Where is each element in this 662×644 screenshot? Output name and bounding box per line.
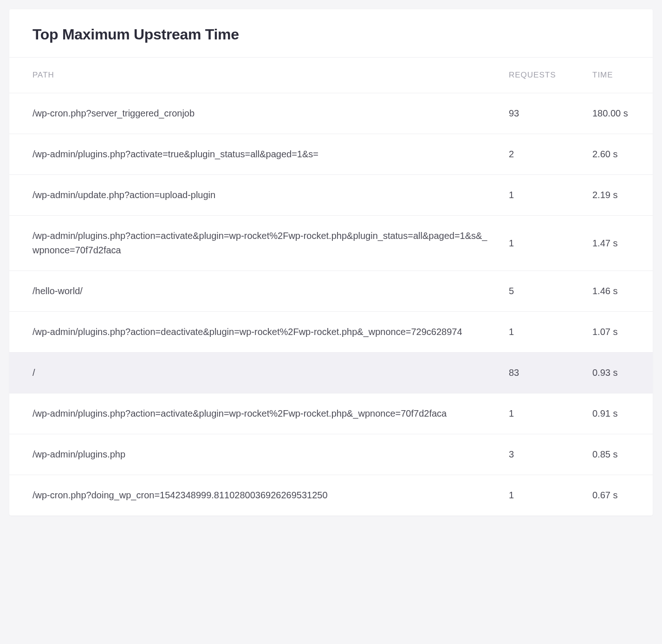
table-row[interactable]: /wp-admin/update.php?action=upload-plugi… <box>9 175 653 216</box>
table-row[interactable]: /wp-admin/plugins.php?action=deactivate&… <box>9 312 653 353</box>
card-title: Top Maximum Upstream Time <box>32 26 630 43</box>
table-row[interactable]: /830.93 s <box>9 353 653 393</box>
cell-requests: 1 <box>500 475 583 516</box>
table-row[interactable]: /wp-admin/plugins.php?action=activate&pl… <box>9 393 653 434</box>
cell-time: 1.46 s <box>583 271 653 312</box>
upstream-time-card: Top Maximum Upstream Time PATH REQUESTS … <box>9 9 653 515</box>
table-row[interactable]: /wp-cron.php?server_triggered_cronjob931… <box>9 93 653 134</box>
table-row[interactable]: /wp-admin/plugins.php?action=activate&pl… <box>9 216 653 271</box>
cell-requests: 1 <box>500 175 583 216</box>
table-row[interactable]: /wp-admin/plugins.php?activate=true&plug… <box>9 134 653 175</box>
table-row[interactable]: /wp-admin/plugins.php30.85 s <box>9 434 653 475</box>
cell-time: 180.00 s <box>583 93 653 134</box>
cell-path: /wp-admin/plugins.php <box>9 434 500 475</box>
cell-requests: 1 <box>500 393 583 434</box>
header-time[interactable]: TIME <box>583 58 653 93</box>
cell-time: 2.60 s <box>583 134 653 175</box>
cell-path: /wp-cron.php?server_triggered_cronjob <box>9 93 500 134</box>
cell-path: /wp-admin/update.php?action=upload-plugi… <box>9 175 500 216</box>
table-row[interactable]: /hello-world/51.46 s <box>9 271 653 312</box>
cell-time: 1.47 s <box>583 216 653 271</box>
cell-requests: 93 <box>500 93 583 134</box>
cell-time: 0.85 s <box>583 434 653 475</box>
table-row[interactable]: /wp-cron.php?doing_wp_cron=1542348999.81… <box>9 475 653 516</box>
upstream-time-table: PATH REQUESTS TIME /wp-cron.php?server_t… <box>9 57 653 515</box>
cell-time: 0.67 s <box>583 475 653 516</box>
cell-requests: 2 <box>500 134 583 175</box>
cell-path: / <box>9 353 500 393</box>
cell-path: /wp-admin/plugins.php?action=activate&pl… <box>9 393 500 434</box>
cell-time: 1.07 s <box>583 312 653 353</box>
cell-path: /hello-world/ <box>9 271 500 312</box>
cell-time: 0.93 s <box>583 353 653 393</box>
cell-requests: 83 <box>500 353 583 393</box>
header-path[interactable]: PATH <box>9 58 500 93</box>
cell-path: /wp-admin/plugins.php?activate=true&plug… <box>9 134 500 175</box>
header-requests[interactable]: REQUESTS <box>500 58 583 93</box>
cell-time: 0.91 s <box>583 393 653 434</box>
cell-requests: 3 <box>500 434 583 475</box>
card-header: Top Maximum Upstream Time <box>9 9 653 57</box>
cell-path: /wp-cron.php?doing_wp_cron=1542348999.81… <box>9 475 500 516</box>
cell-time: 2.19 s <box>583 175 653 216</box>
table-header-row: PATH REQUESTS TIME <box>9 58 653 93</box>
cell-path: /wp-admin/plugins.php?action=activate&pl… <box>9 216 500 271</box>
cell-path: /wp-admin/plugins.php?action=deactivate&… <box>9 312 500 353</box>
cell-requests: 1 <box>500 312 583 353</box>
cell-requests: 5 <box>500 271 583 312</box>
cell-requests: 1 <box>500 216 583 271</box>
